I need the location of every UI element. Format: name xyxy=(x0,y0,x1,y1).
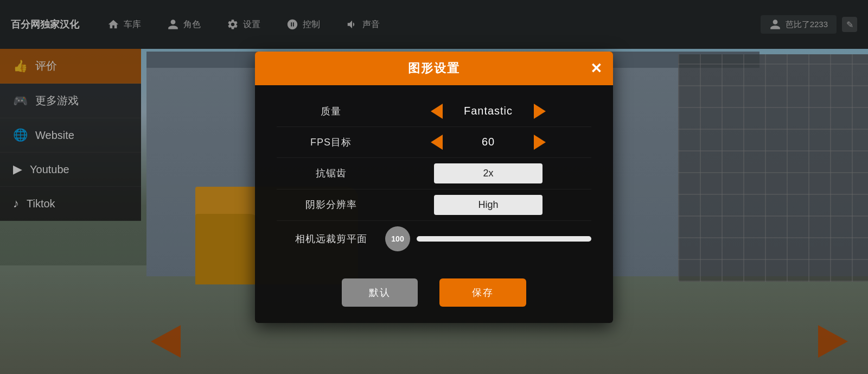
antialiasing-label: 抗锯齿 xyxy=(277,167,385,180)
dialog-footer: 默认 保存 xyxy=(255,273,613,323)
shadow-res-label: 阴影分辨率 xyxy=(277,198,385,211)
clip-plane-label: 相机远裁剪平面 xyxy=(277,232,385,245)
quality-prev-button[interactable] xyxy=(429,102,445,121)
quality-next-button[interactable] xyxy=(532,102,548,121)
fps-next-button[interactable] xyxy=(532,132,548,152)
dialog-overlay: 图形设置 ✕ 质量 Fantastic FPS目标 xyxy=(0,0,868,374)
close-button[interactable]: ✕ xyxy=(590,61,602,75)
antialiasing-row: 抗锯齿 2x xyxy=(277,158,591,189)
dialog-header: 图形设置 ✕ xyxy=(255,52,613,85)
quality-left-arrow xyxy=(431,104,443,119)
fps-row: FPS目标 60 xyxy=(277,127,591,158)
antialiasing-control: 2x xyxy=(385,163,591,183)
clip-plane-row: 相机远裁剪平面 100 xyxy=(277,221,591,257)
slider-track[interactable] xyxy=(417,236,591,242)
clip-plane-control: 100 xyxy=(385,226,591,251)
quality-control: Fantastic xyxy=(385,102,591,121)
shadow-res-control: High xyxy=(385,195,591,215)
fps-left-arrow xyxy=(431,135,443,150)
quality-label: 质量 xyxy=(277,105,385,118)
slider-container: 100 xyxy=(385,226,591,251)
save-button[interactable]: 保存 xyxy=(439,278,526,307)
fps-value: 60 xyxy=(450,136,526,148)
fps-prev-button[interactable] xyxy=(429,132,445,152)
antialiasing-value[interactable]: 2x xyxy=(434,163,542,183)
shadow-res-row: 阴影分辨率 High xyxy=(277,189,591,221)
quality-row: 质量 Fantastic xyxy=(277,96,591,127)
graphics-settings-dialog: 图形设置 ✕ 质量 Fantastic FPS目标 xyxy=(255,52,613,323)
fps-label: FPS目标 xyxy=(277,136,385,149)
default-button[interactable]: 默认 xyxy=(342,278,418,307)
quality-right-arrow xyxy=(534,104,546,119)
slider-knob[interactable]: 100 xyxy=(385,226,410,251)
fps-right-arrow xyxy=(534,135,546,150)
quality-value: Fantastic xyxy=(450,105,526,117)
fps-control: 60 xyxy=(385,132,591,152)
dialog-title: 图形设置 xyxy=(408,60,460,77)
dialog-body: 质量 Fantastic FPS目标 xyxy=(255,85,613,273)
shadow-res-value[interactable]: High xyxy=(434,195,542,215)
